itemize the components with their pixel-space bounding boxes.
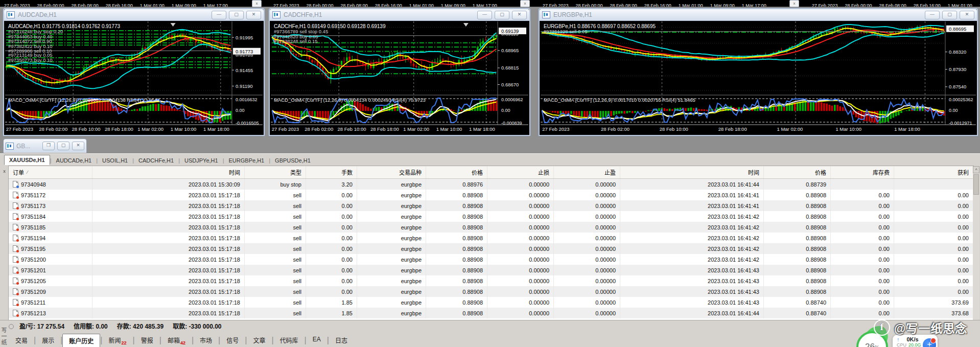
table-row[interactable]: 973512052023.03.01 15:17:18sell0.00eurgb… bbox=[9, 275, 973, 286]
cell-止损: 0.00000 bbox=[487, 190, 554, 200]
chart-window-cadchfe-h1[interactable]: CADCHFe,H1—▢✕0.689650.688150.686700.6913… bbox=[269, 8, 530, 136]
column-header-0[interactable]: 订单∕ bbox=[9, 166, 92, 178]
table-row[interactable]: 973409482023.03.01 15:30:09buy stop3.20e… bbox=[9, 179, 973, 190]
cell-价格: 0.88908 bbox=[764, 200, 831, 211]
maximize-icon[interactable]: ▢ bbox=[942, 11, 957, 19]
bottom-tab-7[interactable]: 市场 bbox=[194, 334, 218, 346]
time-axis-label: 28 Feb 08:00 bbox=[610, 3, 637, 7]
panel-close-button[interactable]: x bbox=[2, 169, 7, 174]
chart-tab-eurgbpe-h1[interactable]: EURGBPe,H1 bbox=[224, 156, 269, 165]
table-row[interactable]: 973512092023.03.01 15:17:18sell0.00eurgb… bbox=[9, 286, 973, 297]
cell-手数: 0.00 bbox=[306, 211, 357, 222]
bottom-tab-3[interactable]: 账户历史 bbox=[62, 334, 100, 347]
minimized-chart-window[interactable]: GB... ❐▢✕ bbox=[3, 138, 87, 153]
bottom-tab-2[interactable]: 展示 bbox=[36, 334, 60, 346]
column-header-1[interactable]: 时间 bbox=[92, 166, 245, 178]
chart-window-audcade-h1[interactable]: AUDCADe,H1—▢✕0.919950.914550.911900.9177… bbox=[3, 8, 265, 136]
bottom-tab-5[interactable]: 警报 bbox=[135, 334, 159, 346]
chart-canvas[interactable]: 0.919950.914550.911900.917730.917230.001… bbox=[5, 21, 263, 134]
table-row[interactable]: 973511722023.03.01 15:17:18sell0.00eurgb… bbox=[9, 190, 973, 200]
column-header-3[interactable]: 手数 bbox=[306, 166, 357, 178]
table-row[interactable]: 973511942023.03.01 15:17:18sell0.00eurgb… bbox=[9, 233, 973, 243]
bottom-tab-9[interactable]: 文章 bbox=[247, 334, 271, 346]
cell-value: 2023.03.01 16:41:43 bbox=[708, 299, 759, 306]
status-item: 盈/亏: 17 275.54 bbox=[19, 321, 64, 330]
bottom-tab-4[interactable]: 新闻22 bbox=[103, 334, 133, 347]
cell-value: 0.00000 bbox=[595, 235, 616, 241]
minimize-icon[interactable]: — bbox=[477, 11, 492, 19]
svg-text:0.91190: 0.91190 bbox=[236, 83, 253, 89]
table-scrollbar[interactable]: ˄ ˅ bbox=[973, 166, 979, 331]
table-row[interactable]: 973511852023.03.01 15:17:18sell0.00eurgb… bbox=[9, 222, 973, 233]
chart-window-icon bbox=[7, 11, 15, 18]
cell-订单: 97351184 bbox=[9, 211, 92, 222]
chart-tab-usdjpye-h1[interactable]: USDJPYe,H1 bbox=[180, 156, 223, 165]
cutoff-chart-bottom: 27 Feb 202328 Feb 00:0028 Feb 08:0028 Fe… bbox=[269, 0, 542, 7]
cell-value: sell bbox=[293, 214, 301, 220]
table-row[interactable]: 973511842023.03.01 15:17:18sell0.00eurgb… bbox=[9, 211, 973, 222]
cell-时间: 2023.03.01 15:17:18 bbox=[92, 275, 245, 286]
column-header-10[interactable]: 库存费 bbox=[831, 166, 894, 178]
close-icon[interactable]: ✕ bbox=[512, 11, 527, 19]
chart-window-titlebar[interactable]: CADCHFe,H1—▢✕ bbox=[270, 9, 529, 21]
chart-tab-cadchfe-h1[interactable]: CADCHFe,H1 bbox=[134, 156, 178, 165]
chart-tab-gbpusde-h1[interactable]: GBPUSDe,H1 bbox=[270, 156, 315, 165]
column-header-11[interactable]: 获利 bbox=[894, 166, 973, 178]
table-row[interactable]: 973512132023.03.01 15:17:18sell1.85eurgb… bbox=[9, 308, 973, 318]
minimize-icon[interactable]: — bbox=[212, 11, 226, 19]
column-header-7[interactable]: 止盈 bbox=[554, 166, 620, 178]
column-header-4[interactable]: 交易品种 bbox=[357, 166, 426, 178]
chart-window-titlebar[interactable]: AUDCADe,H1—▢✕ bbox=[4, 9, 264, 21]
bottom-tab-6[interactable]: 邮箱42 bbox=[161, 334, 192, 347]
chart-tab-usoil-h1[interactable]: USOIL,H1 bbox=[98, 156, 132, 165]
cell-时间: 2023.03.01 15:17:18 bbox=[92, 297, 245, 308]
column-header-8[interactable]: 时间 bbox=[620, 166, 764, 178]
chart-tab-audcade-h1[interactable]: AUDCADe,H1 bbox=[52, 156, 97, 165]
cell-类型: sell bbox=[245, 243, 306, 254]
cell-价格: 0.88908 bbox=[764, 190, 831, 200]
table-row[interactable]: 973512012023.03.01 15:17:18sell0.00eurgb… bbox=[9, 265, 973, 275]
bottom-tab-1[interactable]: 交易 bbox=[9, 334, 34, 346]
cell-库存费: 0.00 bbox=[831, 275, 894, 286]
bottom-tab-11[interactable]: EA bbox=[307, 334, 327, 345]
chart-window-eurgbpe-h1[interactable]: EURGBPe,H1—▢✕0.883200.879300.875400.8869… bbox=[539, 8, 978, 136]
svg-text:1 Mar 18:00: 1 Mar 18:00 bbox=[469, 126, 495, 132]
assistant-plus-badge[interactable]: + bbox=[923, 338, 936, 347]
scroll-thumb[interactable] bbox=[973, 174, 979, 195]
close-icon[interactable]: x bbox=[520, 0, 530, 7]
cell-时间: 2023.03.01 16:41:42 bbox=[620, 254, 764, 265]
chart-window-titlebar[interactable]: EURGBPe,H1—▢✕ bbox=[540, 9, 977, 21]
chart-tab-xauusde-h1[interactable]: XAUUSDe,H1 bbox=[4, 155, 50, 165]
close-icon[interactable]: ✕ bbox=[72, 142, 84, 150]
maximize-icon[interactable]: ▢ bbox=[229, 11, 244, 19]
column-header-5[interactable]: 价格 bbox=[426, 166, 487, 178]
bottom-tab-8[interactable]: 信号 bbox=[220, 334, 245, 346]
cell-value: eurgbpe bbox=[401, 267, 422, 273]
column-header-9[interactable]: 价格 bbox=[764, 166, 831, 178]
scroll-up-arrow[interactable]: ˄ bbox=[973, 166, 979, 173]
chart-canvas[interactable]: 0.689650.688150.686700.691390.691150.000… bbox=[271, 21, 528, 134]
restore-icon[interactable]: ❐ bbox=[42, 142, 55, 150]
minimize-icon[interactable]: — bbox=[925, 11, 940, 19]
table-row[interactable]: 973512112023.03.01 15:17:18sell1.85eurgb… bbox=[9, 297, 973, 308]
column-header-2[interactable]: 类型 bbox=[245, 166, 306, 178]
cell-value: eurgbpe bbox=[401, 192, 422, 198]
time-axis-label: 28 Feb 00:00 bbox=[576, 3, 603, 7]
table-row[interactable]: 973512002023.03.01 15:17:18sell0.00eurgb… bbox=[9, 254, 973, 265]
bottom-tab-12[interactable]: 日志 bbox=[329, 334, 354, 346]
chart-canvas[interactable]: 0.883200.879300.875400.886950.000253620.… bbox=[541, 21, 976, 134]
close-icon[interactable]: x bbox=[789, 0, 799, 7]
cell-止盈: 0.00000 bbox=[554, 254, 620, 265]
maximize-icon[interactable]: ▢ bbox=[495, 11, 509, 19]
maximize-icon[interactable]: ▢ bbox=[57, 142, 69, 150]
cell-value: 0.00000 bbox=[529, 235, 549, 241]
close-icon[interactable]: x bbox=[252, 0, 262, 7]
table-row[interactable]: 973511952023.03.01 15:17:18sell0.00eurgb… bbox=[9, 243, 973, 254]
close-icon[interactable]: ✕ bbox=[246, 11, 261, 19]
cell-value: 0.88740 bbox=[806, 299, 826, 306]
bottom-tab-10[interactable]: 代码库 bbox=[274, 334, 305, 346]
table-row[interactable]: 973511732023.03.01 15:17:18sell0.00eurgb… bbox=[9, 200, 973, 211]
cell-价格: 0.88740 bbox=[764, 297, 831, 308]
close-icon[interactable]: ✕ bbox=[960, 11, 974, 19]
column-header-6[interactable]: 止损 bbox=[487, 166, 554, 178]
